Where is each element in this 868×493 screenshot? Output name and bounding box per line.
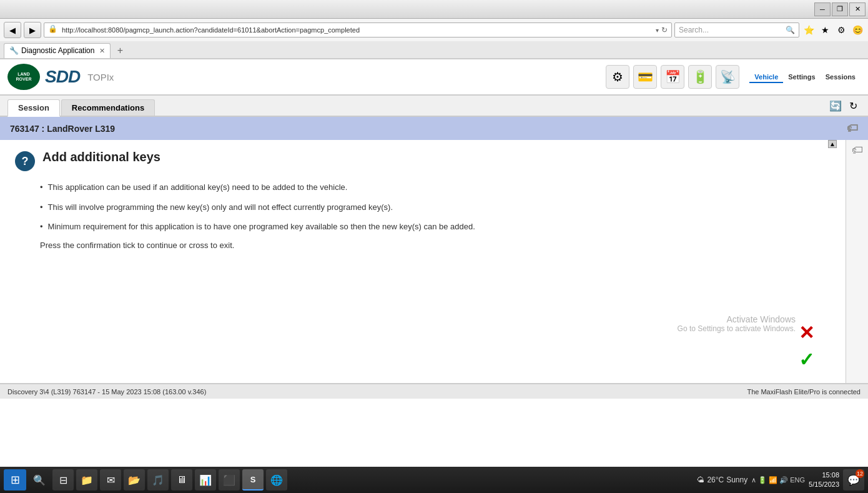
taskbar-task-view[interactable]: ⊟ (52, 469, 74, 491)
bullet-dot-1: • (40, 181, 43, 194)
vehicle-title-bar: 763147 : LandRover L319 🏷 (0, 117, 868, 140)
header-card-icon[interactable]: 💳 (633, 65, 657, 89)
forward-button[interactable]: ▶ (24, 22, 41, 38)
settings-button[interactable]: ⚙ (834, 23, 848, 37)
taskbar-teamviewer[interactable]: 🖥 (171, 469, 192, 491)
activate-watermark: Activate Windows Go to Settings to activ… (678, 314, 796, 333)
calendar-icon: 📅 (661, 65, 684, 89)
taskbar-search-button[interactable]: 🔍 (29, 469, 50, 491)
tab-label: Diagnostic Application (21, 46, 94, 55)
search-bar[interactable]: Search... 🔍 (674, 22, 799, 37)
favorites-button[interactable]: ⭐ (802, 23, 816, 37)
sessions-nav-label[interactable]: Sessions (821, 72, 861, 83)
page-title: Add additional keys (42, 150, 160, 164)
tab-close-button[interactable]: ✕ (99, 47, 105, 55)
logo-text: LAND ROVER (16, 72, 32, 82)
recommendations-tab[interactable]: Recommendations (61, 99, 155, 116)
side-help-icon[interactable]: 🏷 (852, 144, 863, 157)
start-button[interactable]: ⊞ (4, 469, 26, 491)
header-settings-icon[interactable]: ⚙ (606, 65, 629, 89)
bullet-dot-2: • (40, 201, 43, 214)
page-title-row: ? Add additional keys (15, 150, 831, 171)
nav-tab-icons: 🔄 ↻ (828, 98, 861, 116)
vehicle-title-text: 763147 : LandRover L319 (10, 124, 115, 134)
minimize-button[interactable]: ─ (814, 2, 831, 16)
card-icon: 💳 (633, 65, 657, 89)
activate-line2: Go to Settings to activate Windows. (678, 324, 796, 333)
address-favicon: 🔒 (48, 24, 59, 36)
header-calendar-icon[interactable]: 📅 (661, 65, 684, 89)
side-panel: 🏷 (846, 140, 868, 383)
refresh-button[interactable]: ↻ (661, 26, 668, 34)
taskbar-app1[interactable]: 📊 (195, 469, 216, 491)
taskbar-sys-icons: ∧ 🔋 📶 🔊 ENG (751, 476, 805, 484)
scroll-up-button[interactable]: ▲ (828, 140, 837, 148)
header-signal-icon[interactable]: 📡 (716, 65, 739, 89)
user-button[interactable]: 😊 (851, 23, 864, 37)
browser-toolbar: ◀ ▶ 🔒 http://localhost:8080/pagmcp_launc… (0, 19, 868, 41)
settings-nav-label[interactable]: Settings (783, 72, 820, 83)
notification-button[interactable]: 💬 12 (843, 469, 864, 491)
address-dropdown[interactable]: ▾ (656, 27, 659, 34)
tab-favicon: 🔧 (9, 46, 18, 55)
bullet-item-1: • This application can be used if an add… (40, 181, 831, 194)
search-placeholder: Search... (679, 26, 786, 34)
address-bar[interactable]: 🔒 http://localhost:8080/pagmcp_launch.ac… (44, 22, 672, 37)
taskbar-clock: 15:08 5/15/2023 (809, 471, 839, 490)
bullet-item-2: • This will involve programming the new … (40, 201, 831, 214)
taskbar-weather: 🌤 26°C Sunny (697, 476, 747, 484)
taskbar-right: 🌤 26°C Sunny ∧ 🔋 📶 🔊 ENG 15:08 5/15/2023… (697, 469, 864, 491)
back-button[interactable]: ◀ (4, 22, 21, 38)
signal-icon: 📡 (716, 65, 739, 89)
taskbar-folder[interactable]: 📂 (124, 469, 145, 491)
settings-icon: ⚙ (606, 65, 629, 89)
bullet-text-1: This application can be used if an addit… (48, 181, 348, 194)
main-content-area: ▲ ? Add additional keys • This applicati… (0, 140, 846, 383)
notification-badge: 12 (856, 469, 864, 478)
status-right: The MaxiFlash Elite/Pro is connected (747, 388, 861, 396)
up-arrow-icon[interactable]: ∧ (751, 476, 756, 484)
weather-desc: Sunny (726, 476, 747, 484)
search-button[interactable]: 🔍 (786, 26, 795, 34)
diagnostic-tab[interactable]: 🔧 Diagnostic Application ✕ (4, 43, 111, 58)
cancel-cross-button[interactable]: ✕ (799, 322, 814, 344)
app-status-bar: Discovery 3\4 (L319) 763147 - 15 May 202… (0, 384, 868, 399)
taskbar-spotify[interactable]: 🎵 (147, 469, 169, 491)
session-tab[interactable]: Session (7, 99, 60, 117)
title-bar: ─ ❐ ✕ (0, 0, 868, 19)
browser-icons: ⭐ ★ ⚙ 😊 (802, 23, 864, 37)
close-button[interactable]: ✕ (849, 2, 866, 16)
sdd-logo: SDD (45, 67, 80, 87)
star-button[interactable]: ★ (818, 23, 832, 37)
topix-text: TOPIx (87, 72, 114, 82)
taskbar-app2[interactable]: ⬛ (219, 469, 240, 491)
browser-chrome: ◀ ▶ 🔒 http://localhost:8080/pagmcp_launc… (0, 19, 868, 59)
weather-icon: 🌤 (697, 476, 704, 484)
restore-button[interactable]: ❐ (832, 2, 848, 16)
taskbar-sdd[interactable]: S (242, 469, 264, 491)
wifi-sys-icon: 📶 (769, 476, 777, 484)
bullet-dot-3: • (40, 221, 43, 233)
header-icons: ⚙ 💳 📅 🔋 📡 Vehicle Settings Sessions (606, 65, 861, 89)
vehicle-nav-label[interactable]: Vehicle (749, 72, 783, 83)
taskbar-mail[interactable]: ✉ (100, 469, 121, 491)
battery-icon: 🔋 (688, 65, 712, 89)
vehicle-title-icon: 🏷 (847, 122, 858, 135)
reload-icon[interactable]: ↻ (846, 98, 861, 113)
refresh-icon[interactable]: 🔄 (828, 98, 843, 113)
clock-time: 15:08 (809, 471, 839, 480)
action-buttons: ✕ ✓ (799, 322, 814, 371)
nav-tabs: Session Recommendations 🔄 ↻ (0, 96, 868, 117)
new-tab-button[interactable]: + (113, 44, 127, 57)
activate-line1: Activate Windows (678, 314, 796, 324)
header-battery-icon[interactable]: 🔋 (688, 65, 712, 89)
confirm-check-button[interactable]: ✓ (799, 349, 814, 371)
confirm-text: Press the confirmation tick to continue … (40, 241, 831, 250)
land-rover-logo: LAND ROVER (7, 64, 40, 90)
clock-date: 5/15/2023 (809, 480, 839, 489)
taskbar-file-explorer[interactable]: 📁 (76, 469, 97, 491)
app-header: LAND ROVER SDD TOPIx ⚙ 💳 📅 🔋 📡 Vehicle S… (0, 59, 868, 96)
help-icon: ? (15, 151, 35, 171)
taskbar-ie[interactable]: 🌐 (266, 469, 287, 491)
volume-sys-icon: 🔊 (779, 476, 788, 484)
